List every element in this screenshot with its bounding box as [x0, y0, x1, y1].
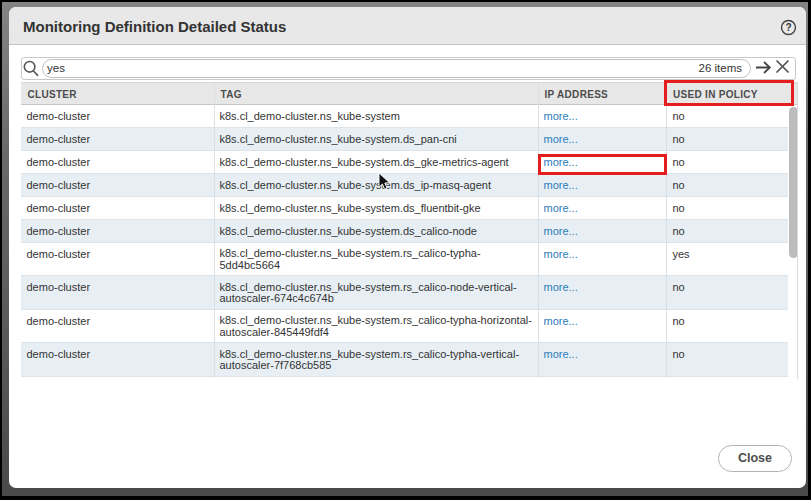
svg-text:?: ? [785, 22, 791, 33]
